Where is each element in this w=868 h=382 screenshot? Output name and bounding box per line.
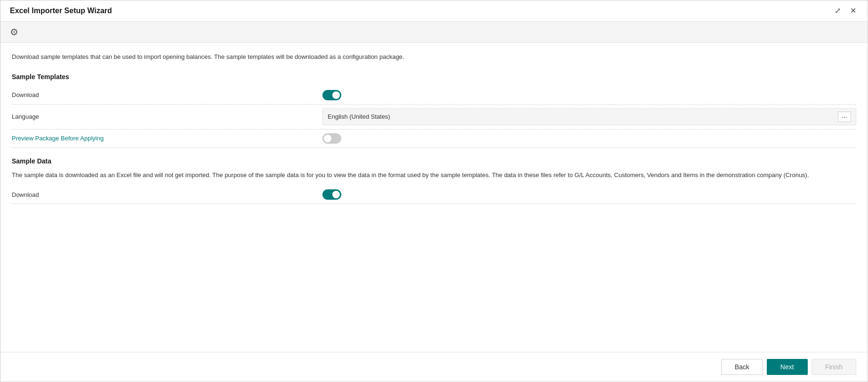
- header-bar: ⚙: [0, 22, 868, 43]
- toggle-knob: [332, 91, 340, 99]
- language-label: Language: [12, 113, 322, 120]
- sample-data-download-label: Download: [12, 191, 322, 198]
- language-dropdown[interactable]: English (United States) ···: [322, 108, 856, 125]
- description-text: Download sample templates that can be us…: [12, 52, 856, 62]
- sample-data-toggle-slider-on: [322, 189, 341, 200]
- title-bar: Excel Importer Setup Wizard ⤢ ✕: [0, 0, 868, 22]
- sample-data-toggle-knob: [332, 191, 340, 198]
- preview-package-label[interactable]: Preview Package Before Applying: [12, 135, 322, 142]
- sample-templates-download-toggle[interactable]: [322, 90, 341, 100]
- close-icon[interactable]: ✕: [848, 6, 858, 16]
- sample-templates-download-label: Download: [12, 91, 322, 98]
- sample-data-section: Sample Data The sample data is downloade…: [12, 157, 856, 204]
- sample-data-title: Sample Data: [12, 157, 856, 165]
- language-control: English (United States) ···: [322, 108, 856, 125]
- preview-package-toggle[interactable]: [322, 133, 341, 144]
- language-row: Language English (United States) ···: [12, 105, 856, 130]
- sample-data-description: The sample data is downloaded as an Exce…: [12, 171, 856, 180]
- toggle-slider-on: [322, 90, 341, 100]
- restore-icon[interactable]: ⤢: [833, 6, 843, 16]
- language-dropdown-text: English (United States): [328, 113, 834, 120]
- sample-templates-download-control: [322, 90, 856, 100]
- sample-templates-title: Sample Templates: [12, 73, 856, 81]
- finish-button: Finish: [812, 359, 856, 375]
- sample-data-download-row: Download: [12, 186, 856, 204]
- preview-toggle-slider-off: [322, 133, 341, 144]
- preview-package-row: Preview Package Before Applying: [12, 130, 856, 148]
- sample-templates-download-row: Download: [12, 86, 856, 105]
- gear-icon: ⚙: [10, 26, 18, 38]
- preview-package-control: [322, 133, 856, 144]
- dialog-footer: Back Next Finish: [0, 352, 868, 382]
- next-button[interactable]: Next: [767, 359, 808, 375]
- excel-importer-dialog: Excel Importer Setup Wizard ⤢ ✕ ⚙ Downlo…: [0, 0, 868, 382]
- sample-templates-section: Sample Templates Download Language: [12, 73, 856, 148]
- titlebar-icons: ⤢ ✕: [833, 6, 858, 16]
- dialog-title: Excel Importer Setup Wizard: [10, 7, 112, 15]
- language-more-button[interactable]: ···: [838, 112, 851, 122]
- dialog-body: Download sample templates that can be us…: [0, 43, 868, 352]
- back-button[interactable]: Back: [721, 359, 763, 375]
- sample-data-download-control: [322, 189, 856, 200]
- preview-toggle-knob: [324, 135, 331, 142]
- sample-data-download-toggle[interactable]: [322, 189, 341, 200]
